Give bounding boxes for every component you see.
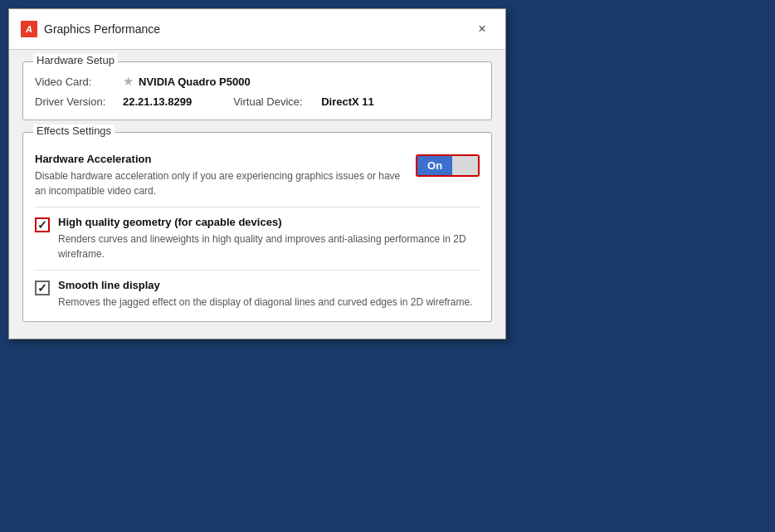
dialog-body: Hardware Setup Video Card: ★ NVIDIA Quad… xyxy=(9,50,505,339)
hardware-acceleration-text: Hardware Acceleration Disable hardware a… xyxy=(35,153,402,198)
high-quality-geometry-text: High quality geometry (for capable devic… xyxy=(58,216,480,261)
smooth-line-display-left: ✓ Smooth line display Removes the jagged… xyxy=(35,279,480,310)
title-bar: A Graphics Performance × xyxy=(9,9,505,50)
smooth-line-display-text: Smooth line display Removes the jagged e… xyxy=(58,279,480,310)
video-card-label: Video Card: xyxy=(35,76,118,88)
driver-row: Driver Version: 22.21.13.8299 Virtual De… xyxy=(35,95,480,108)
virtual-device-label: Virtual Device: xyxy=(233,95,316,108)
dialog-title: Graphics Performance xyxy=(44,22,160,36)
graphics-performance-dialog: A Graphics Performance × Hardware Setup … xyxy=(8,8,506,339)
hardware-acceleration-title: Hardware Acceleration xyxy=(35,153,402,165)
high-quality-geometry-desc: Renders curves and lineweights in high q… xyxy=(58,232,480,261)
title-bar-left: A Graphics Performance xyxy=(21,21,160,37)
smooth-line-display-item: ✓ Smooth line display Removes the jagged… xyxy=(35,271,480,310)
hardware-acceleration-toggle[interactable]: On xyxy=(416,154,480,177)
hardware-setup-legend: Hardware Setup xyxy=(33,54,118,66)
hardware-acceleration-desc: Disable hardware acceleration only if yo… xyxy=(35,168,402,198)
high-quality-geometry-title: High quality geometry (for capable devic… xyxy=(58,216,480,228)
high-quality-geometry-checkbox[interactable]: ✓ xyxy=(35,217,50,232)
close-icon: × xyxy=(478,22,485,37)
checkmark-icon: ✓ xyxy=(37,218,47,232)
video-card-row: Video Card: ★ NVIDIA Quadro P5000 xyxy=(35,74,480,89)
smooth-line-display-title: Smooth line display xyxy=(58,279,480,291)
autodesk-logo-icon: A xyxy=(21,21,37,37)
star-icon: ★ xyxy=(123,74,134,89)
driver-pair: Driver Version: 22.21.13.8299 xyxy=(35,95,192,108)
virtual-device-value: DirectX 11 xyxy=(321,95,374,108)
close-button[interactable]: × xyxy=(470,17,494,41)
virtual-device-pair: Virtual Device: DirectX 11 xyxy=(233,95,374,108)
high-quality-geometry-left: ✓ High quality geometry (for capable dev… xyxy=(35,216,480,261)
smooth-line-display-checkbox[interactable]: ✓ xyxy=(35,281,50,295)
effects-settings-legend: Effects Settings xyxy=(33,124,115,137)
smooth-line-display-checkbox-wrapper[interactable]: ✓ xyxy=(35,281,50,295)
effects-settings-section: Effects Settings Hardware Acceleration D… xyxy=(22,132,492,322)
hardware-acceleration-item: Hardware Acceleration Disable hardware a… xyxy=(35,144,480,207)
video-card-value: NVIDIA Quadro P5000 xyxy=(139,76,251,88)
smooth-line-display-desc: Removes the jagged effect on the display… xyxy=(58,295,480,310)
toggle-on-label: On xyxy=(417,156,452,175)
toggle-off-area xyxy=(452,156,478,175)
toggle-container: On xyxy=(416,154,480,177)
driver-label: Driver Version: xyxy=(35,95,118,108)
hardware-setup-section: Hardware Setup Video Card: ★ NVIDIA Quad… xyxy=(22,61,492,120)
driver-value: 22.21.13.8299 xyxy=(123,95,192,108)
smooth-checkmark-icon: ✓ xyxy=(37,281,47,295)
high-quality-geometry-item: ✓ High quality geometry (for capable dev… xyxy=(35,207,480,271)
high-quality-geometry-checkbox-wrapper[interactable]: ✓ xyxy=(35,217,50,232)
